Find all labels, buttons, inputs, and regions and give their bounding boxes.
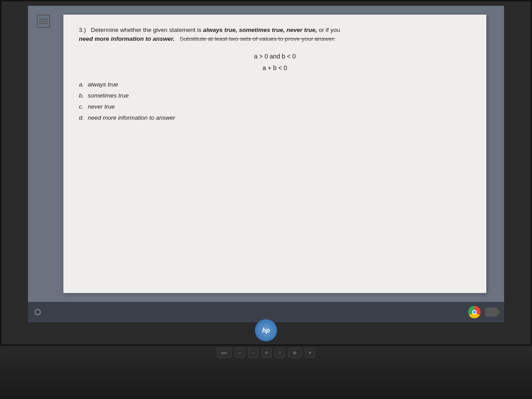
screen: 3.) Determine whether the given statemen… [28,6,504,322]
switcher-key[interactable]: ⊞ [288,348,301,358]
need-more-bold: need more information to answer. [79,35,175,42]
option-b-label: b. [79,92,86,99]
math-expr1: a > 0 and b < 0 [79,53,471,60]
video-camera-icon[interactable] [485,308,497,317]
keyboard-row: esc ← → ↺ □ ⊞ ☀ [217,348,315,358]
instruction-part4: or if you [319,27,340,33]
answer-options: a. always true b. sometimes true c. neve… [79,81,471,121]
icon-line [39,19,48,20]
substitute-text: Substitute at least two sets of values t… [180,35,335,42]
sometimes-true-label: sometimes true, [239,27,285,33]
taskbar-circle-icon [35,309,41,315]
option-c[interactable]: c. never true [79,103,471,110]
question-header: 3.) Determine whether the given statemen… [79,26,471,44]
hp-logo: hp [255,319,277,341]
icon-line [39,21,48,22]
option-c-label: c. [79,103,86,110]
laptop-bezel: 3.) Determine whether the given statemen… [0,0,532,346]
forward-key[interactable]: → [248,348,258,358]
option-a-label: a. [79,81,86,88]
option-c-text: never true [88,103,115,110]
option-a[interactable]: a. always true [79,81,471,88]
worksheet: 3.) Determine whether the given statemen… [63,15,486,293]
keyboard-area: esc ← → ↺ □ ⊞ ☀ [0,346,532,399]
hp-logo-text: hp [262,327,270,334]
lines-icon [39,18,48,25]
option-b[interactable]: b. sometimes true [79,92,471,99]
option-d-text: need more information to answer [88,114,175,121]
always-true-label: always true, [203,27,237,33]
chrome-icon[interactable] [468,306,481,318]
brightness-key[interactable]: ☀ [305,348,315,358]
option-b-text: sometimes true [88,92,129,99]
instruction-part1: Determine whether the given statement is [91,27,203,33]
option-a-text: always true [88,81,118,88]
question-number: 3.) [79,27,86,33]
back-key[interactable]: ← [235,348,245,358]
refresh-key[interactable]: ↺ [262,348,271,358]
never-true-label: never true, [286,27,317,33]
document-icon [37,15,50,28]
esc-key[interactable]: esc [217,348,231,358]
option-d-label: d. [79,114,86,121]
math-expr2: a + b < 0 [79,64,471,71]
option-d[interactable]: d. need more information to answer [79,114,471,121]
icon-line [39,23,48,24]
content-area: 3.) Determine whether the given statemen… [28,6,504,302]
window-key[interactable]: □ [275,348,285,358]
chrome-center [472,310,477,314]
